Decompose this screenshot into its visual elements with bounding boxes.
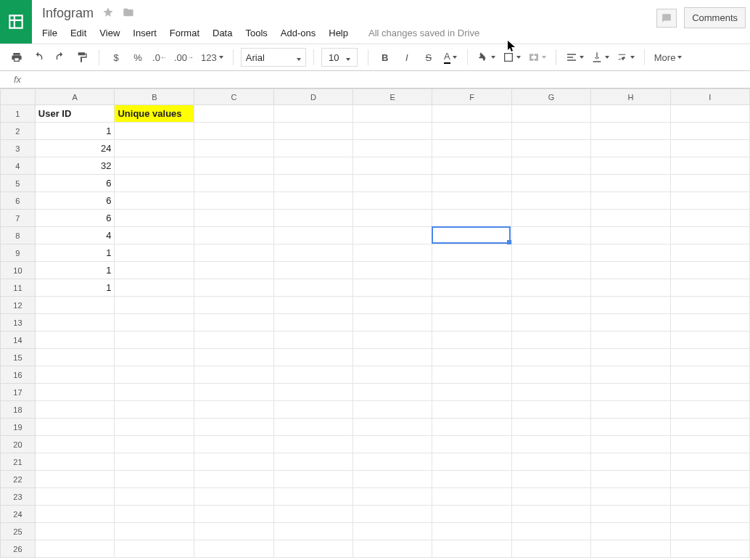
- cell-A5[interactable]: 6: [35, 175, 115, 192]
- row-header-18[interactable]: 18: [1, 401, 36, 419]
- cell-B22[interactable]: [115, 471, 194, 488]
- cell-D12[interactable]: [273, 297, 353, 314]
- cell-H19[interactable]: [591, 419, 670, 436]
- cell-E18[interactable]: [353, 401, 432, 419]
- cell-E25[interactable]: [353, 523, 432, 540]
- cell-C10[interactable]: [194, 262, 273, 279]
- cell-I13[interactable]: [670, 314, 749, 332]
- paint-format-icon[interactable]: [73, 48, 91, 67]
- cell-G10[interactable]: [511, 262, 590, 279]
- menu-format[interactable]: Format: [170, 28, 199, 38]
- menu-tools[interactable]: Tools: [245, 28, 267, 38]
- cell-H16[interactable]: [591, 366, 670, 384]
- cell-C2[interactable]: [194, 123, 273, 140]
- cell-F1[interactable]: [432, 105, 511, 123]
- spreadsheet-grid[interactable]: ABCDEFGHI1User IDUnique values2132443256…: [0, 88, 750, 558]
- cell-F26[interactable]: [432, 540, 511, 558]
- cell-F8[interactable]: [432, 227, 511, 244]
- cell-C11[interactable]: [194, 279, 273, 297]
- cell-H26[interactable]: [591, 540, 670, 558]
- cell-C7[interactable]: [194, 210, 273, 227]
- cell-I15[interactable]: [670, 349, 749, 366]
- cell-C13[interactable]: [194, 314, 273, 332]
- more-formats[interactable]: 123: [199, 48, 226, 67]
- cell-B18[interactable]: [115, 401, 194, 419]
- select-all-corner[interactable]: [1, 89, 36, 105]
- cell-F14[interactable]: [432, 332, 511, 349]
- row-header-2[interactable]: 2: [1, 123, 36, 140]
- cell-H5[interactable]: [591, 175, 670, 192]
- cell-B3[interactable]: [115, 140, 194, 157]
- cell-D23[interactable]: [273, 488, 353, 506]
- cell-A17[interactable]: [35, 384, 115, 401]
- cell-G23[interactable]: [511, 488, 590, 506]
- cell-C15[interactable]: [194, 349, 273, 366]
- cell-D13[interactable]: [273, 314, 353, 332]
- cell-B19[interactable]: [115, 419, 194, 436]
- cell-E22[interactable]: [353, 471, 432, 488]
- cell-A12[interactable]: [35, 297, 115, 314]
- cell-E3[interactable]: [353, 140, 432, 157]
- cell-A1[interactable]: User ID: [35, 105, 115, 123]
- row-header-19[interactable]: 19: [1, 419, 36, 436]
- cell-F21[interactable]: [432, 453, 511, 471]
- cell-E21[interactable]: [353, 453, 432, 471]
- cell-A7[interactable]: 6: [35, 210, 115, 227]
- formula-input[interactable]: [35, 71, 750, 88]
- cell-A16[interactable]: [35, 366, 115, 384]
- cell-C22[interactable]: [194, 471, 273, 488]
- increase-decimal[interactable]: .00→: [172, 48, 196, 67]
- cell-G3[interactable]: [511, 140, 590, 157]
- cell-F2[interactable]: [432, 123, 511, 140]
- cell-A2[interactable]: 1: [35, 123, 115, 140]
- cell-C20[interactable]: [194, 436, 273, 453]
- cell-G19[interactable]: [511, 419, 590, 436]
- cell-D5[interactable]: [273, 175, 353, 192]
- cell-B16[interactable]: [115, 366, 194, 384]
- cell-F25[interactable]: [432, 523, 511, 540]
- cell-A10[interactable]: 1: [35, 262, 115, 279]
- cell-D14[interactable]: [273, 332, 353, 349]
- cell-A11[interactable]: 1: [35, 279, 115, 297]
- cell-G16[interactable]: [511, 366, 590, 384]
- cell-F18[interactable]: [432, 401, 511, 419]
- cell-D21[interactable]: [273, 453, 353, 471]
- cell-G25[interactable]: [511, 523, 590, 540]
- cell-B14[interactable]: [115, 332, 194, 349]
- cell-I2[interactable]: [670, 123, 749, 140]
- row-header-11[interactable]: 11: [1, 279, 36, 297]
- cell-G24[interactable]: [511, 506, 590, 523]
- cell-D7[interactable]: [273, 210, 353, 227]
- more-button[interactable]: More: [652, 48, 685, 67]
- cell-A9[interactable]: 1: [35, 244, 115, 262]
- cell-F19[interactable]: [432, 419, 511, 436]
- cell-I21[interactable]: [670, 453, 749, 471]
- cell-D19[interactable]: [273, 419, 353, 436]
- cell-C4[interactable]: [194, 157, 273, 175]
- cell-H4[interactable]: [591, 157, 670, 175]
- cell-D26[interactable]: [273, 540, 353, 558]
- cell-D15[interactable]: [273, 349, 353, 366]
- cell-E19[interactable]: [353, 419, 432, 436]
- italic-button[interactable]: I: [397, 48, 416, 67]
- comment-icon-button[interactable]: [656, 9, 677, 28]
- cell-D18[interactable]: [273, 401, 353, 419]
- column-header-H[interactable]: H: [591, 89, 670, 105]
- cell-A14[interactable]: [35, 332, 115, 349]
- cell-H12[interactable]: [591, 297, 670, 314]
- cell-G18[interactable]: [511, 401, 590, 419]
- cell-B11[interactable]: [115, 279, 194, 297]
- cell-B17[interactable]: [115, 384, 194, 401]
- cell-H23[interactable]: [591, 488, 670, 506]
- cell-H13[interactable]: [591, 314, 670, 332]
- cell-D8[interactable]: [273, 227, 353, 244]
- cell-F23[interactable]: [432, 488, 511, 506]
- cell-H7[interactable]: [591, 210, 670, 227]
- cell-E13[interactable]: [353, 314, 432, 332]
- cell-A6[interactable]: 6: [35, 192, 115, 210]
- cell-I22[interactable]: [670, 471, 749, 488]
- cell-C16[interactable]: [194, 366, 273, 384]
- cell-A26[interactable]: [35, 540, 115, 558]
- cell-D3[interactable]: [273, 140, 353, 157]
- cell-D24[interactable]: [273, 506, 353, 523]
